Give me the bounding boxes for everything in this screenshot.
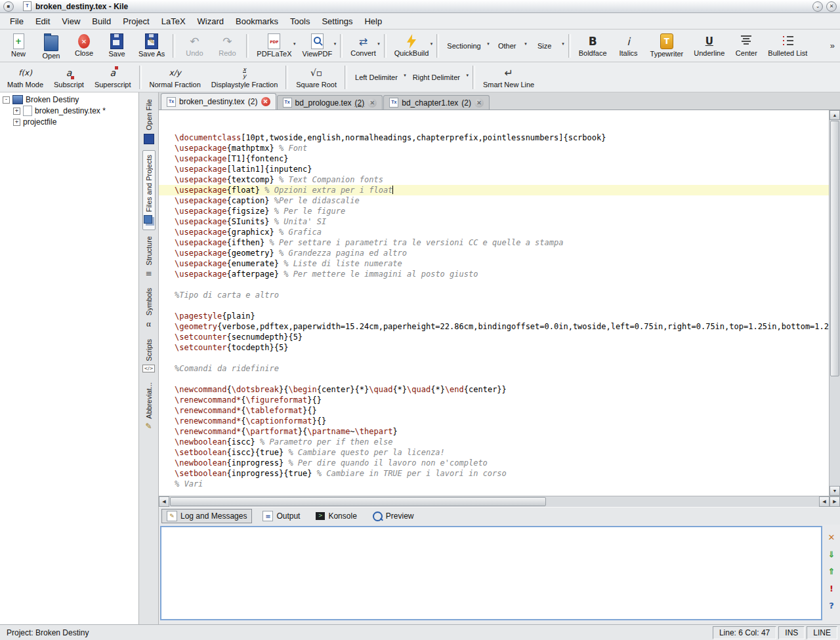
tree-item-projectfile[interactable]: +projectfile [0,117,138,127]
errors-icon[interactable]: ! [830,584,833,593]
sidebar-tab-scripts[interactable]: Scripts</> [142,335,155,376]
menu-help[interactable]: Help [358,14,388,28]
code-line[interactable]: \usepackage{graphicx} % Grafica [159,227,829,237]
menu-edit[interactable]: Edit [30,14,56,28]
left-delimiter-button[interactable]: Left Delimiter▾ [350,62,407,92]
sectioning-button[interactable]: Sectioning▾ [442,31,490,61]
tree-item-broken-destiny[interactable]: -Broken Destiny [0,94,138,105]
bottom-tab-preview[interactable]: Preview [368,510,419,523]
horizontal-scrollbar[interactable]: ◀ ◀ ▶ [159,496,840,507]
tree-expander[interactable]: - [3,96,10,104]
typewriter-button[interactable]: TTypewriter [646,31,688,61]
center-button[interactable]: Center [730,31,762,61]
tree-item-broken-destiny-tex[interactable]: +broken_destiny.tex * [0,105,138,117]
horizontal-scroll-thumb[interactable] [170,497,546,506]
subscript-button[interactable]: aSubscript [49,62,89,92]
scroll-up-icon[interactable]: ▲ [830,110,840,120]
code-line[interactable] [159,300,829,311]
code-line[interactable]: \renewcommand*{\captionformat}{} [159,416,829,426]
status-selection-mode[interactable]: LINE [807,626,837,639]
menu-project[interactable]: Project [117,14,155,28]
code-line[interactable]: \usepackage{figsize} % Per le figure [159,206,829,216]
code-line[interactable]: \newboolean{inprogress} % Per dire quand… [159,458,829,468]
code-line[interactable] [159,279,829,290]
window-shade-button[interactable]: ⌄ [812,1,823,12]
sidebar-tab-open-file[interactable]: Open File [143,95,155,148]
code-line[interactable]: \documentclass[10pt,twoside,english,norm… [159,132,829,143]
code-line[interactable]: \usepackage{ifthen} % Per settare i para… [159,237,829,248]
bulleted-list-button[interactable]: Bulleted List [763,31,812,61]
size-button[interactable]: Size▾ [529,31,565,61]
scroll-left2-icon[interactable]: ◀ [819,496,830,507]
menu-tools[interactable]: Tools [284,14,316,28]
close-button[interactable]: ✕Close [68,31,100,61]
code-line[interactable]: \newboolean{iscc} % Parametro per if the… [159,437,829,447]
viewpdf-button[interactable]: ViewPDF▾ [298,31,337,61]
code-editor[interactable]: \documentclass[10pt,twoside,english,norm… [159,110,829,496]
save-as-button[interactable]: ✎Save As [134,31,169,61]
other-button[interactable]: Other▾ [492,31,528,61]
sidebar-tab-abbreviat[interactable]: Abbreviat...✎ [144,378,154,435]
vertical-scrollbar[interactable]: ▲ ▼ [829,110,840,496]
code-line[interactable]: \usepackage{enumerate} % Liste di liste … [159,258,829,269]
scroll-down-icon[interactable]: ▼ [830,486,840,496]
normal-fraction-button[interactable]: x/yNormal Fraction [145,62,205,92]
code-line[interactable]: \setcounter{tocdepth}{5} [159,342,829,353]
code-line[interactable]: \usepackage[T1]{fontenc} [159,153,829,164]
next-issue-icon[interactable]: ⇓ [828,550,835,559]
code-line[interactable]: %Comandi da ridefinire [159,363,829,374]
quickbuild-button[interactable]: QuickBuild▾ [390,31,434,61]
code-line[interactable]: % Vari [159,479,829,489]
editor-tab-bd-chapter1-tex[interactable]: Txbd_chapter1.tex (2)✕ [383,95,490,110]
new-button[interactable]: +New [3,31,34,61]
right-delimiter-button[interactable]: Right Delimiter▾ [408,62,469,92]
code-line[interactable]: \setboolean{iscc}{true} % Cambiare quest… [159,447,829,458]
superscript-button[interactable]: aSuperscript [90,62,136,92]
tree-expander[interactable]: + [13,108,20,115]
sidebar-tab-files-and-projects[interactable]: Files and Projects [142,150,156,230]
menu-settings[interactable]: Settings [316,14,358,28]
bottom-tab-log-and-messages[interactable]: ✎Log and Messages [161,509,252,523]
square-root-button[interactable]: √▫Square Root [291,62,341,92]
code-line[interactable]: \usepackage{SIunits} % Unita' SI [159,216,829,227]
sidebar-tab-symbols[interactable]: Symbolsα [144,284,154,333]
vertical-scroll-thumb[interactable] [830,121,839,376]
close-tab-icon[interactable]: ✕ [261,97,270,106]
underline-button[interactable]: UUnderline [689,31,729,61]
italics-button[interactable]: iItalics [613,31,644,61]
scroll-right-icon[interactable]: ▶ [830,496,840,507]
window-menu-button[interactable]: ■ [3,1,14,12]
open-button[interactable]: Open [35,31,67,61]
code-line[interactable] [159,489,829,496]
previous-issue-icon[interactable]: ⇑ [828,567,835,576]
code-line[interactable]: \usepackage{afterpage} % Per mettere le … [159,269,829,279]
log-messages-panel[interactable] [160,526,822,620]
window-close-button[interactable]: ✕ [826,1,837,12]
code-line[interactable]: \usepackage{caption} %Per le didascalie [159,195,829,206]
code-line[interactable]: \usepackage{geometry} % Grandezza pagina… [159,248,829,258]
undo-button[interactable]: ↶Undo [178,31,210,61]
code-line[interactable]: \geometry{verbose,pdftex,paperwidth=15.2… [159,321,829,332]
tree-expander[interactable]: + [13,119,20,126]
save-button[interactable]: Save [101,31,133,61]
menu-view[interactable]: View [56,14,86,28]
code-line[interactable]: \newcommand{\dotsbreak}{\begin{center}{*… [159,384,829,395]
code-line[interactable]: \setcounter{secnumdepth}{5} [159,332,829,342]
boldface-button[interactable]: BBoldface [574,31,612,61]
menu-latex[interactable]: LaTeX [156,14,192,28]
close-tab-icon[interactable]: ✕ [474,98,484,108]
redo-button[interactable]: ↷Redo [211,31,243,61]
code-line[interactable]: \renewcommand*{\tableformat}{} [159,405,829,416]
help-icon[interactable]: ? [829,601,834,610]
convert-button[interactable]: ⇄Convert▾ [346,31,381,61]
pdflatex-button[interactable]: PDFPDFLaTeX▾ [252,31,296,61]
toolbar-overflow-button[interactable]: » [828,41,837,50]
menu-file[interactable]: File [4,14,30,28]
code-line[interactable]: \renewcommand*{\partformat}{\partname~\t… [159,426,829,437]
code-line[interactable]: \setboolean{inprogress}{true} % Cambiare… [159,468,829,479]
code-line[interactable] [159,374,829,384]
code-line[interactable]: \usepackage{mathptmx} % Font [159,143,829,153]
menu-bookmarks[interactable]: Bookmarks [230,14,284,28]
code-line[interactable]: \usepackage{float} % Opzioni extra per i… [159,185,829,195]
math-mode-button[interactable]: f(x)Math Mode [3,62,48,92]
